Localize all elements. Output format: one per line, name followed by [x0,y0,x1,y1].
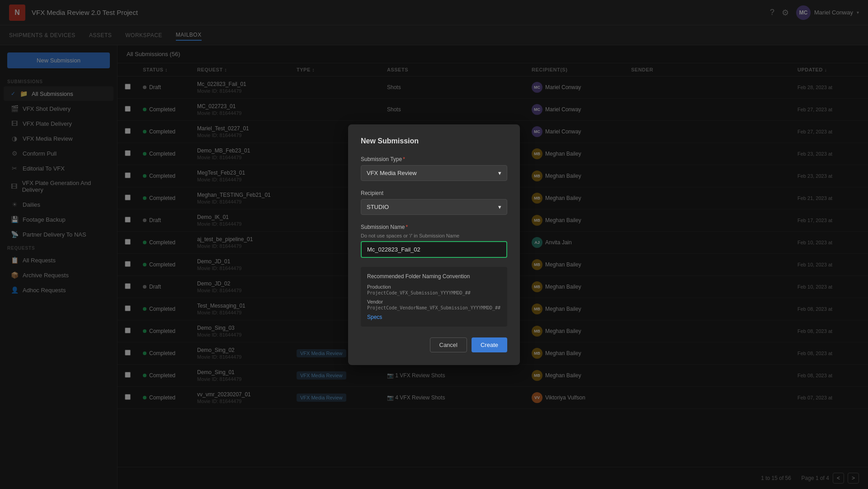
production-label: Production [367,284,501,290]
specs-link[interactable]: Specs [367,314,501,320]
recipient-label: Recipient [361,190,507,196]
vendor-label: Vendor [367,299,501,304]
naming-convention-box: Recommended Folder Naming Convention Pro… [361,267,507,327]
submission-name-group: Submission Name* Do not use spaces or '/… [361,224,507,258]
new-submission-modal: New Submission Submission Type* VFX Medi… [348,124,520,365]
modal-footer: Cancel Create [361,337,507,352]
naming-convention-title: Recommended Folder Naming Convention [367,273,501,280]
cancel-button[interactable]: Cancel [430,337,467,352]
select-chevron-icon: ▾ [498,204,501,210]
submission-name-input[interactable] [361,241,507,258]
modal-title: New Submission [361,137,507,145]
submission-name-hint: Do not use spaces or '/' in Submission N… [361,233,507,238]
production-value: ProjectCode_VFX_Submission_YYYYMMDD_## [367,290,501,295]
submission-type-label: Submission Type* [361,156,507,162]
vendor-value: ProjectCode_VendorName_VFX_Submission_YY… [367,305,501,310]
submission-type-group: Submission Type* VFX Media Review ▾ [361,156,507,181]
select-chevron-icon: ▾ [498,170,501,176]
recipient-select[interactable]: STUDIO ▾ [361,199,507,215]
modal-overlay: New Submission Submission Type* VFX Medi… [0,0,868,489]
submission-type-select[interactable]: VFX Media Review ▾ [361,165,507,181]
recipient-group: Recipient STUDIO ▾ [361,190,507,215]
submission-name-label: Submission Name* [361,224,507,230]
create-button[interactable]: Create [472,337,507,352]
